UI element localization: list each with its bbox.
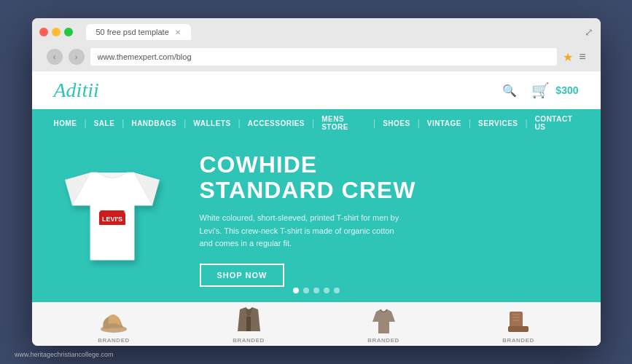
- product-1-label: BRANDED: [98, 337, 130, 344]
- url-input[interactable]: [90, 48, 558, 66]
- cart-amount: $300: [555, 84, 578, 96]
- browser-window: 50 free psd template ✕ ⤢ ‹ › ★ ≡ Aditii …: [32, 18, 601, 346]
- header-right: 🔍 🛒 $300: [502, 82, 578, 99]
- svg-text:®: ®: [124, 210, 128, 215]
- svg-rect-8: [246, 317, 251, 331]
- product-4-label: BRANDED: [502, 337, 534, 344]
- product-2-image: [233, 306, 265, 335]
- product-4-image: [502, 306, 535, 335]
- dot-5[interactable]: [334, 288, 340, 293]
- bookmark-icon[interactable]: ★: [563, 50, 573, 64]
- nav-accessories[interactable]: ACCESSORIES: [241, 119, 312, 127]
- carousel-dots: [293, 288, 340, 293]
- search-icon[interactable]: 🔍: [502, 84, 517, 98]
- expand-icon[interactable]: ⤢: [585, 26, 593, 38]
- hero-title: COWHIDE STANDARD CREW: [200, 152, 579, 203]
- svg-rect-9: [510, 312, 523, 328]
- active-tab[interactable]: 50 free psd template ✕: [86, 24, 191, 40]
- nav-services[interactable]: SERVICES: [471, 119, 525, 127]
- nav-home[interactable]: HOME: [47, 119, 85, 127]
- nav-shoes[interactable]: SHOES: [375, 119, 418, 127]
- website-content: Aditii 🔍 🛒 $300 HOME | SALE | HANDBAGS |…: [32, 71, 601, 346]
- browser-tabs: 50 free psd template ✕: [86, 24, 579, 40]
- maximize-button[interactable]: [64, 28, 73, 36]
- hero-description: White coloured, short-sleeved, printed T…: [200, 212, 404, 250]
- product-2[interactable]: BRANDED: [233, 306, 265, 344]
- cart-icon: 🛒: [531, 82, 550, 99]
- site-header: Aditii 🔍 🛒 $300: [32, 71, 601, 109]
- shop-now-button[interactable]: SHOP NOW: [200, 264, 285, 287]
- tab-title: 50 free psd template: [96, 28, 169, 36]
- address-bar: ‹ › ★ ≡: [39, 44, 593, 71]
- traffic-lights: [39, 28, 73, 36]
- watermark: www.heritagechristiancollege.com: [15, 351, 114, 358]
- dot-4[interactable]: [324, 288, 329, 293]
- svg-text:LEVI'S: LEVI'S: [101, 215, 122, 223]
- site-logo: Aditii: [54, 79, 99, 102]
- minimize-button[interactable]: [52, 28, 61, 36]
- site-navigation: HOME | SALE | HANDBAGS | WALLETS | ACCES…: [32, 109, 601, 137]
- nav-sale[interactable]: SALE: [87, 119, 122, 127]
- svg-rect-10: [508, 326, 528, 332]
- product-3-image: [367, 306, 400, 335]
- tshirt-svg: LEVI'S ®: [58, 158, 167, 282]
- product-3[interactable]: BRANDED: [367, 306, 400, 344]
- menu-icon[interactable]: ≡: [579, 50, 585, 63]
- product-1[interactable]: BRANDED: [98, 306, 130, 344]
- nav-vintage[interactable]: VINTAGE: [420, 119, 469, 127]
- forward-button[interactable]: ›: [69, 49, 85, 65]
- back-button[interactable]: ‹: [47, 49, 63, 65]
- product-4[interactable]: BRANDED: [502, 306, 535, 344]
- cart-area[interactable]: 🛒 $300: [531, 82, 578, 99]
- dot-2[interactable]: [303, 288, 309, 293]
- tab-close-icon[interactable]: ✕: [175, 28, 181, 36]
- nav-wallets[interactable]: WALLETS: [186, 119, 238, 127]
- nav-contact[interactable]: CONTACT US: [528, 115, 586, 131]
- dot-1[interactable]: [293, 288, 299, 293]
- products-bar: BRANDED BRANDED BRANDED: [32, 302, 601, 346]
- product-2-label: BRANDED: [233, 337, 265, 344]
- browser-chrome: 50 free psd template ✕ ⤢ ‹ › ★ ≡: [32, 18, 601, 71]
- product-3-label: BRANDED: [367, 337, 399, 344]
- close-button[interactable]: [39, 28, 48, 36]
- nav-handbags[interactable]: HANDBAGS: [124, 119, 184, 127]
- hero-content: COWHIDE STANDARD CREW White coloured, sh…: [171, 152, 579, 287]
- product-1-image: [98, 306, 130, 335]
- hero-product-image: LEVI'S ®: [54, 158, 171, 282]
- dot-3[interactable]: [313, 288, 319, 293]
- hero-section: LEVI'S ® COWHIDE STANDARD CREW White col…: [32, 137, 601, 302]
- nav-mens-store[interactable]: MENS STORE: [314, 115, 373, 131]
